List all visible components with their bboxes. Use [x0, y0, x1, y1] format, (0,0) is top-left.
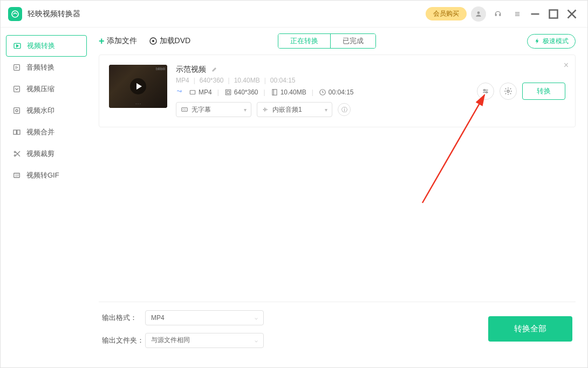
sidebar-item-video-watermark[interactable]: 视频水印: [6, 100, 87, 121]
svg-rect-24: [227, 91, 229, 93]
video-item-card: × bilibili · · · 示范视频: [99, 54, 576, 127]
add-file-label: 添加文件: [107, 36, 137, 46]
svg-rect-6: [550, 10, 558, 18]
user-icon[interactable]: [471, 6, 486, 22]
sidebar-item-video-crop[interactable]: 视频裁剪: [6, 143, 87, 165]
sidebar-item-video-gif[interactable]: GIF 视频转GIF: [6, 165, 87, 186]
video-thumbnail[interactable]: bilibili · · ·: [109, 65, 167, 108]
chevron-down-icon: ⌵: [255, 337, 258, 343]
output-format-label: 输出格式：: [102, 313, 145, 323]
sidebar-item-video-convert[interactable]: 视频转换: [6, 35, 87, 57]
sidebar-item-label: 视频转换: [27, 41, 55, 51]
sidebar-item-label: 视频裁剪: [26, 149, 54, 159]
output-format-dropdown[interactable]: MP4⌵: [145, 310, 264, 325]
svg-point-38: [507, 90, 509, 92]
sidebar-item-label: 视频转GIF: [26, 171, 59, 180]
video-gif-icon: GIF: [12, 171, 21, 180]
vip-button[interactable]: 会员购买: [426, 7, 467, 21]
convert-all-button[interactable]: 转换全部: [488, 316, 572, 342]
adjust-button[interactable]: [477, 83, 494, 100]
svg-point-21: [152, 40, 154, 42]
edit-title-icon[interactable]: [211, 65, 218, 74]
sidebar-item-video-compress[interactable]: 视频压缩: [6, 78, 87, 100]
chevron-down-icon: ▾: [325, 107, 327, 113]
titlebar: 轻映视频转换器 会员购买: [1, 1, 587, 28]
sidebar-item-label: 视频水印: [26, 106, 54, 115]
app-title: 轻映视频转换器: [28, 9, 80, 19]
svg-rect-14: [13, 130, 16, 134]
sidebar-item-label: 音频转换: [26, 63, 54, 72]
video-crop-icon: [12, 149, 21, 158]
svg-point-35: [484, 89, 486, 91]
sidebar: 视频转换 音频转换 视频压缩 视频水印 视频合并 视频裁剪: [1, 28, 92, 367]
svg-rect-11: [14, 86, 20, 92]
gear-icon: [504, 87, 512, 96]
svg-point-37: [486, 91, 488, 93]
svg-rect-22: [190, 90, 195, 94]
svg-rect-23: [225, 90, 230, 94]
svg-rect-15: [17, 130, 20, 134]
lightning-icon: [534, 38, 541, 44]
sidebar-item-video-merge[interactable]: 视频合并: [6, 121, 87, 143]
svg-text:GIF: GIF: [15, 174, 19, 177]
convert-item-button[interactable]: 转换: [522, 83, 565, 100]
resolution-icon: [224, 88, 232, 96]
toolbar: + 添加文件 加载DVD 正在转换 已完成 极速模式: [99, 28, 576, 54]
output-dir-dropdown[interactable]: 与源文件相同⌵: [145, 333, 264, 348]
svg-point-17: [14, 155, 16, 156]
app-logo: [8, 7, 22, 21]
arrow-right-icon: [176, 87, 183, 97]
minimize-button[interactable]: [527, 6, 543, 22]
load-dvd-button[interactable]: 加载DVD: [149, 36, 191, 46]
menu-icon[interactable]: [510, 6, 525, 22]
svg-text:CC: CC: [183, 108, 187, 111]
settings-button[interactable]: [500, 83, 517, 100]
chevron-down-icon: ▾: [244, 107, 247, 113]
load-dvd-label: 加载DVD: [160, 36, 191, 46]
audio-convert-icon: [12, 63, 21, 72]
duration-icon: [319, 88, 326, 96]
tab-converting[interactable]: 正在转换: [278, 34, 331, 48]
svg-point-16: [14, 151, 16, 153]
plus-icon: +: [99, 36, 105, 47]
play-icon: [130, 78, 146, 94]
audio-icon: [262, 106, 269, 113]
svg-rect-10: [14, 65, 20, 71]
dvd-icon: [149, 37, 158, 45]
cc-icon: CC: [181, 106, 188, 113]
status-tabs: 正在转换 已完成: [278, 33, 376, 49]
tab-done[interactable]: 已完成: [331, 34, 375, 48]
video-watermark-icon: [12, 106, 21, 115]
size-icon: [271, 88, 278, 96]
turbo-mode-button[interactable]: 极速模式: [527, 34, 576, 49]
sidebar-item-label: 视频压缩: [26, 84, 54, 94]
turbo-label: 极速模式: [543, 37, 569, 46]
svg-rect-12: [14, 108, 20, 114]
close-button[interactable]: [564, 6, 580, 22]
subtitle-dropdown[interactable]: CC无字幕 ▾: [176, 102, 251, 117]
headset-icon[interactable]: [490, 6, 505, 22]
svg-rect-25: [272, 89, 277, 95]
video-merge-icon: [12, 128, 21, 137]
item-close-button[interactable]: ×: [564, 60, 569, 70]
add-file-button[interactable]: + 添加文件: [99, 36, 137, 47]
maximize-button[interactable]: [545, 6, 562, 22]
chevron-down-icon: ⌵: [255, 315, 258, 321]
video-convert-icon: [13, 42, 22, 50]
sliders-icon: [481, 87, 490, 96]
sidebar-item-audio-convert[interactable]: 音频转换: [6, 57, 87, 78]
video-compress-icon: [12, 85, 21, 93]
svg-point-13: [16, 110, 18, 112]
info-button[interactable]: ⓘ: [338, 103, 351, 116]
svg-point-1: [477, 11, 480, 14]
footer: 输出格式： MP4⌵ 输出文件夹： 与源文件相同⌵ 转换全部: [99, 302, 576, 356]
sidebar-item-label: 视频合并: [26, 127, 54, 137]
audio-dropdown[interactable]: 内嵌音频1 ▾: [257, 102, 332, 117]
svg-point-0: [12, 11, 18, 17]
format-icon: [189, 88, 196, 96]
output-dir-label: 输出文件夹：: [102, 336, 145, 345]
video-title: 示范视频: [176, 65, 206, 74]
